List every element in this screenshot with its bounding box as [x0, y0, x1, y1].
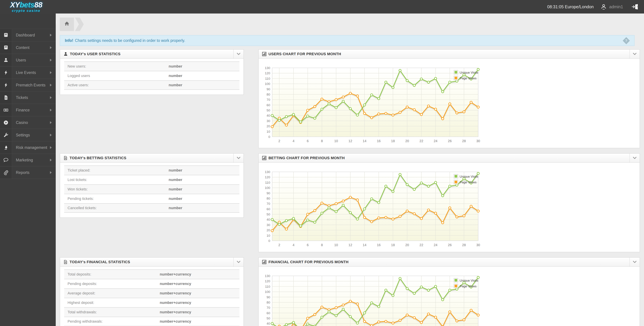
svg-text:20: 20: [405, 139, 409, 143]
collapse-panel-button[interactable]: [233, 50, 244, 58]
sidebar-item-settings[interactable]: Settings: [0, 129, 56, 142]
play-circle-icon: [0, 116, 12, 129]
caret-right-icon: [50, 171, 52, 174]
stat-value: number+currency: [146, 291, 204, 296]
svg-text:40: 40: [266, 114, 270, 117]
collapse-panel-button[interactable]: [630, 154, 640, 162]
stat-row: Pending deposits: number+currency: [64, 279, 240, 288]
svg-text:18: 18: [391, 139, 395, 143]
caret-right-icon: [50, 59, 52, 62]
svg-text:10: 10: [334, 139, 338, 143]
svg-text:50: 50: [266, 316, 270, 320]
bolt-icon: [0, 79, 12, 91]
stat-label: Ticket placed:: [68, 168, 90, 172]
breadcrumb: [60, 18, 644, 31]
user-avatar-icon[interactable]: [600, 4, 607, 10]
stat-label: Active users:: [68, 83, 89, 87]
users-chart: 0102030405060708090100110120130246810121…: [259, 59, 640, 148]
user-icon: [0, 54, 12, 66]
svg-text:90: 90: [266, 192, 270, 195]
svg-text:24: 24: [434, 139, 437, 143]
svg-text:10: 10: [334, 243, 338, 247]
file-icon: [0, 92, 12, 104]
collapse-panel-button[interactable]: [233, 258, 244, 266]
sidebar-item-marketing[interactable]: Marketing: [0, 154, 56, 166]
stat-label: Total deposits:: [68, 272, 91, 276]
caret-right-icon: [50, 159, 52, 162]
collapse-panel-button[interactable]: [233, 154, 244, 162]
sidebar-item-tickets[interactable]: Tickets: [0, 92, 56, 104]
stat-label: Cancelled tickets:: [68, 206, 96, 210]
stat-value: number: [146, 168, 204, 172]
sidebar-item-label: Risk management: [16, 145, 47, 150]
svg-text:10: 10: [266, 234, 270, 237]
stat-value: number+currency: [146, 282, 204, 286]
book-icon: [0, 42, 12, 54]
svg-text:110: 110: [265, 77, 270, 80]
panel-header: USERS CHART FOR PREVIOUS MONTH: [259, 50, 640, 59]
panel-header: TODAY's FINANCIAL STATISTICS: [60, 258, 244, 267]
collapse-panel-button[interactable]: [630, 258, 640, 266]
sidebar-item-reports[interactable]: Reports: [0, 166, 56, 179]
svg-text:14: 14: [363, 139, 366, 143]
topbar: XYbets88 crypto casino 08:31:05 Europe/L…: [0, 0, 644, 14]
panel-title: TODAY's USER STATISTICS: [70, 52, 120, 56]
sidebar-item-prematch-events[interactable]: Prematch Events: [0, 79, 56, 92]
stat-label: Highest deposit:: [68, 300, 94, 305]
svg-text:70: 70: [266, 306, 270, 310]
svg-text:16: 16: [377, 139, 380, 143]
svg-text:Page Views: Page Views: [460, 284, 476, 288]
stat-row: Won tickets: number: [64, 184, 240, 194]
info-banner-text: Charts settings needs to be configured i…: [75, 38, 185, 43]
sidebar-item-users[interactable]: Users: [0, 54, 56, 66]
sidebar-item-content[interactable]: Content: [0, 42, 56, 54]
stat-label: Lost tickets:: [68, 178, 87, 182]
bar-chart-icon: [262, 52, 266, 56]
svg-text:20: 20: [405, 243, 409, 247]
sidebar-item-label: Prematch Events: [16, 83, 46, 88]
sidebar-item-risk-management[interactable]: Risk management: [0, 142, 56, 154]
collapse-panel-button[interactable]: [630, 50, 640, 58]
sidebar-item-label: Dashboard: [16, 33, 35, 38]
svg-text:20: 20: [266, 228, 270, 232]
svg-text:12: 12: [348, 243, 352, 247]
sidebar-item-finance[interactable]: Finance: [0, 104, 56, 116]
caret-right-icon: [50, 96, 52, 99]
panel-header: TODAY's BETTING STATISTICS: [60, 154, 244, 163]
info-banner: Info! Charts settings needs to be config…: [60, 35, 634, 46]
sidebar-item-casino[interactable]: Casino: [0, 116, 56, 129]
svg-text:0: 0: [268, 239, 270, 242]
sidebar-collapse-button[interactable]: [56, 18, 57, 26]
svg-text:40: 40: [266, 218, 270, 221]
line-chart: 0102030405060708090100110120130246810121…: [262, 270, 482, 326]
stat-value: number: [146, 187, 204, 192]
sidebar-item-dashboard[interactable]: Dashboard: [0, 29, 56, 42]
breadcrumb-home[interactable]: [60, 18, 74, 31]
svg-text:28: 28: [462, 243, 466, 247]
user-icon: [64, 52, 68, 56]
svg-text:26: 26: [448, 243, 452, 247]
stat-value: number+currency: [146, 300, 204, 305]
brand-logo-text: XYbets88: [10, 1, 42, 8]
brand-logo[interactable]: XYbets88 crypto casino: [10, 1, 42, 12]
financial-statistics-table: Total deposits: number+currency Pending …: [60, 267, 244, 326]
svg-text:2: 2: [278, 243, 280, 247]
svg-text:60: 60: [266, 103, 270, 107]
svg-text:Unique Visits: Unique Visits: [460, 279, 478, 282]
stat-label: Logged users: [68, 74, 90, 78]
caret-right-icon: [50, 134, 52, 136]
svg-text:8: 8: [321, 139, 323, 143]
help-icon[interactable]: ?: [623, 37, 630, 44]
sidebar-item-live-events[interactable]: Live Events: [0, 66, 56, 79]
logout-icon[interactable]: [631, 4, 638, 10]
svg-text:50: 50: [266, 212, 270, 216]
username[interactable]: admin1: [609, 4, 623, 9]
flame-icon: [0, 142, 12, 154]
svg-text:6: 6: [307, 139, 309, 143]
caret-right-icon: [50, 146, 52, 149]
stat-row: Active users: number: [64, 80, 240, 90]
svg-text:80: 80: [266, 197, 270, 200]
stat-row: Pending tickets: number: [64, 194, 240, 203]
panel-financial-statistics: TODAY's FINANCIAL STATISTICS Total depos…: [60, 257, 244, 326]
chat-icon: [0, 154, 12, 166]
